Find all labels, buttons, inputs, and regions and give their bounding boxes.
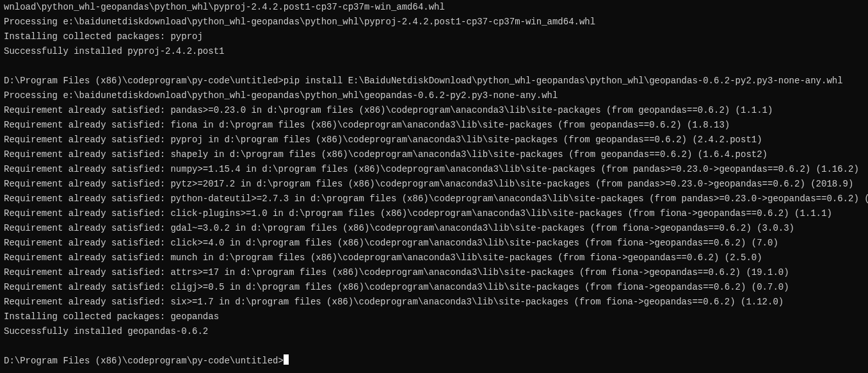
terminal-line: Requirement already satisfied: pyproj in… bbox=[4, 133, 864, 147]
prompt-line[interactable]: D:\Program Files (x86)\codeprogram\py-co… bbox=[4, 354, 864, 369]
terminal-line: wnload\python_whl-geopandas\python_whl\p… bbox=[4, 0, 864, 15]
terminal-line: Processing e:\baidunetdiskdownload\pytho… bbox=[4, 88, 864, 103]
terminal-line: Requirement already satisfied: six>=1.7 … bbox=[4, 295, 864, 310]
blank-line bbox=[4, 339, 864, 354]
terminal-line: Requirement already satisfied: fiona in … bbox=[4, 118, 864, 133]
terminal-line: Requirement already satisfied: gdal~=3.0… bbox=[4, 221, 864, 236]
terminal-line: Processing e:\baidunetdiskdownload\pytho… bbox=[4, 15, 864, 29]
terminal-line: Requirement already satisfied: pandas>=0… bbox=[4, 103, 864, 118]
prompt-text: D:\Program Files (x86)\codeprogram\py-co… bbox=[4, 356, 284, 366]
terminal-line: Successfully installed pyproj-2.4.2.post… bbox=[4, 44, 864, 59]
terminal-line: Installing collected packages: geopandas bbox=[4, 310, 864, 324]
terminal-line: Requirement already satisfied: numpy>=1.… bbox=[4, 162, 864, 177]
terminal-output[interactable]: wnload\python_whl-geopandas\python_whl\p… bbox=[0, 0, 868, 369]
terminal-line: D:\Program Files (x86)\codeprogram\py-co… bbox=[4, 74, 864, 88]
terminal-line: Requirement already satisfied: shapely i… bbox=[4, 147, 864, 162]
terminal-line: Requirement already satisfied: attrs>=17… bbox=[4, 265, 864, 280]
cursor bbox=[284, 354, 289, 365]
terminal-line: Requirement already satisfied: click>=4.… bbox=[4, 236, 864, 251]
terminal-line: Requirement already satisfied: munch in … bbox=[4, 251, 864, 265]
terminal-line: Requirement already satisfied: cligj>=0.… bbox=[4, 280, 864, 295]
terminal-line: Successfully installed geopandas-0.6.2 bbox=[4, 324, 864, 339]
blank-line bbox=[4, 59, 864, 74]
terminal-line: Requirement already satisfied: click-plu… bbox=[4, 206, 864, 221]
terminal-line: Requirement already satisfied: pytz>=201… bbox=[4, 177, 864, 192]
terminal-line: Requirement already satisfied: python-da… bbox=[4, 192, 864, 206]
terminal-line: Installing collected packages: pyproj bbox=[4, 29, 864, 44]
